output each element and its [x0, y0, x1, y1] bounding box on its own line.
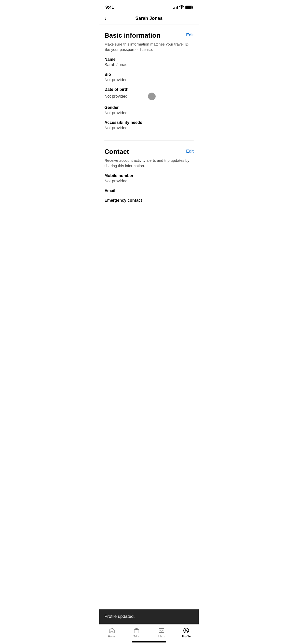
- status-icons: [173, 5, 193, 10]
- battery-icon: [185, 6, 193, 9]
- name-field: Name Sarah Jonas: [104, 57, 194, 67]
- mobile-label: Mobile number: [104, 173, 194, 178]
- wifi-icon: [179, 5, 184, 10]
- gender-field: Gender Not provided: [104, 105, 194, 115]
- email-field: Email: [104, 188, 194, 193]
- back-button[interactable]: ‹: [104, 15, 106, 22]
- gender-label: Gender: [104, 105, 194, 110]
- name-label: Name: [104, 57, 194, 62]
- bio-label: Bio: [104, 72, 194, 77]
- bio-field: Bio Not provided: [104, 72, 194, 82]
- nav-title: Sarah Jonas: [135, 16, 162, 21]
- accessibility-value: Not provided: [104, 126, 194, 130]
- contact-section: Contact Edit Receive account activity al…: [104, 140, 194, 213]
- contact-header: Contact Edit: [104, 148, 194, 156]
- basic-info-section: Basic information Edit Make sure this in…: [104, 24, 194, 140]
- email-label: Email: [104, 188, 194, 193]
- basic-info-edit-button[interactable]: Edit: [186, 32, 194, 38]
- accessibility-label: Accessibility needs: [104, 120, 194, 125]
- blur-overlay: [148, 93, 156, 100]
- accessibility-field: Accessibility needs Not provided: [104, 120, 194, 130]
- gender-value: Not provided: [104, 111, 194, 115]
- basic-info-description: Make sure this information matches your …: [104, 41, 194, 52]
- bio-value: Not provided: [104, 78, 194, 82]
- svg-point-0: [181, 8, 182, 9]
- emergency-field: Emergency contact: [104, 198, 194, 203]
- status-time: 9:41: [105, 5, 114, 10]
- mobile-field: Mobile number Not provided: [104, 173, 194, 183]
- status-bar: 9:41: [99, 0, 199, 13]
- dob-field: Date of birth Not provided: [104, 87, 194, 100]
- contact-description: Receive account activity alerts and trip…: [104, 158, 194, 168]
- name-value: Sarah Jonas: [104, 63, 194, 67]
- content-area: Basic information Edit Make sure this in…: [99, 24, 199, 238]
- contact-edit-button[interactable]: Edit: [186, 148, 194, 154]
- emergency-label: Emergency contact: [104, 198, 194, 203]
- basic-info-header: Basic information Edit: [104, 32, 194, 39]
- mobile-value: Not provided: [104, 179, 194, 183]
- signal-icon: [173, 6, 178, 9]
- dob-value: Not provided: [104, 93, 194, 100]
- nav-header: ‹ Sarah Jonas: [99, 13, 199, 24]
- contact-title: Contact: [104, 148, 129, 156]
- dob-label: Date of birth: [104, 87, 194, 92]
- basic-info-title: Basic information: [104, 32, 160, 39]
